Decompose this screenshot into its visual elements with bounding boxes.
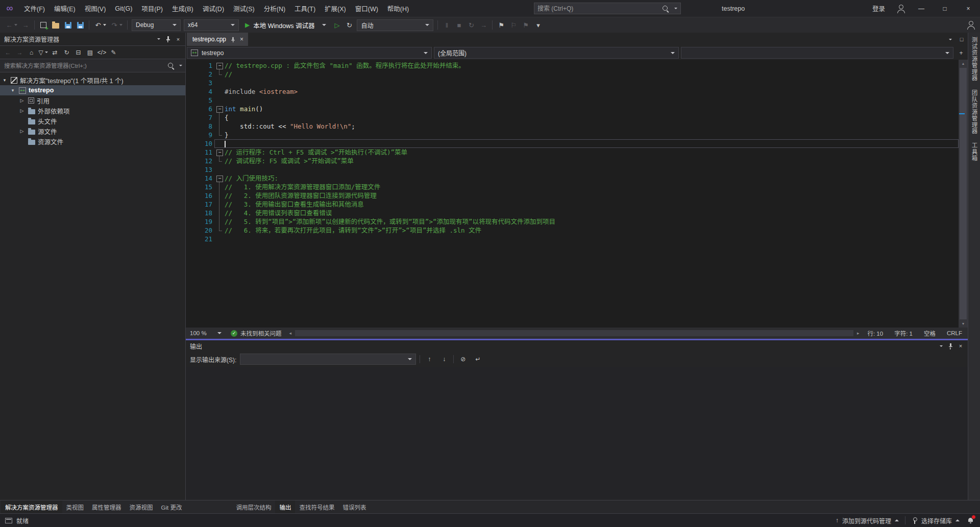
code-line-16[interactable]: 16// 2. 使用团队资源管理器窗口连接到源代码管理 bbox=[186, 191, 959, 200]
open-file-icon[interactable] bbox=[50, 19, 62, 31]
se-sync-with-active-document-icon[interactable]: ⇄ bbox=[49, 46, 61, 58]
redo-icon[interactable]: ↷ bbox=[108, 19, 120, 31]
fold-toggle-icon[interactable] bbox=[214, 105, 225, 113]
previous-message-icon[interactable]: ↑ bbox=[424, 354, 435, 365]
chevron-collapsed-icon[interactable]: ▷ bbox=[18, 98, 26, 103]
line-number[interactable]: 16 bbox=[196, 191, 214, 200]
menu-item-2[interactable]: 视图(V) bbox=[80, 0, 111, 17]
line-number[interactable]: 21 bbox=[196, 235, 214, 243]
panel-tab-center-2[interactable]: 查找符号结果 bbox=[295, 500, 338, 513]
quick-search-input[interactable] bbox=[537, 5, 658, 12]
code-line-9[interactable]: 9} bbox=[186, 131, 959, 139]
next-message-icon[interactable]: ↓ bbox=[438, 354, 450, 365]
breakpoint-margin[interactable] bbox=[186, 131, 196, 139]
line-number[interactable]: 15 bbox=[196, 183, 214, 191]
line-number[interactable]: 14 bbox=[196, 174, 214, 183]
code-line-5[interactable]: 5 bbox=[186, 96, 959, 105]
close-panel-icon[interactable]: × bbox=[173, 35, 183, 44]
breakpoint-margin[interactable] bbox=[186, 61, 196, 70]
breakpoint-margin[interactable] bbox=[186, 174, 196, 183]
line-number[interactable]: 11 bbox=[196, 148, 214, 157]
code-line-12[interactable]: 12// 调试程序: F5 或调试 >“开始调试”菜单 bbox=[186, 157, 959, 165]
solution-configuration-combobox[interactable]: Debug bbox=[132, 19, 181, 31]
member-dropdown[interactable] bbox=[681, 47, 953, 59]
code-line-21[interactable]: 21 bbox=[186, 235, 959, 243]
menu-item-9[interactable]: 工具(T) bbox=[290, 0, 320, 17]
panel-tab-center-3[interactable]: 错误列表 bbox=[338, 500, 370, 513]
stop-debugging-icon[interactable]: ■ bbox=[453, 19, 465, 31]
code-line-18[interactable]: 18// 4. 使用错误列表窗口查看错误 bbox=[186, 209, 959, 217]
tree-item-0[interactable]: ▷引用 bbox=[0, 95, 185, 106]
breakpoint-margin[interactable] bbox=[186, 209, 196, 217]
code-line-17[interactable]: 17// 3. 使用输出窗口查看生成输出和其他消息 bbox=[186, 200, 959, 209]
line-number[interactable]: 2 bbox=[196, 70, 214, 79]
breakpoint-margin[interactable] bbox=[186, 122, 196, 131]
window-position-icon[interactable] bbox=[153, 35, 163, 44]
menu-item-6[interactable]: 调试(D) bbox=[198, 0, 229, 17]
chevron-collapsed-icon[interactable]: ▷ bbox=[18, 108, 26, 113]
fold-toggle-icon[interactable] bbox=[214, 148, 225, 157]
close-tab-icon[interactable]: × bbox=[240, 36, 243, 43]
line-number[interactable]: 3 bbox=[196, 79, 214, 87]
step-over-icon[interactable]: → bbox=[477, 19, 489, 31]
auto-combobox[interactable]: 自动 bbox=[357, 19, 433, 31]
pin-icon[interactable] bbox=[231, 36, 235, 42]
document-health-indicator[interactable]: ✓ 未找到相关问题 bbox=[226, 329, 287, 337]
save-all-icon[interactable] bbox=[74, 19, 86, 31]
breakpoint-margin[interactable] bbox=[186, 217, 196, 226]
menu-item-4[interactable]: 项目(P) bbox=[137, 0, 167, 17]
breakpoint-margin[interactable] bbox=[186, 165, 196, 174]
right-autohide-tab-0[interactable]: 测试资源管理器 bbox=[970, 37, 978, 82]
project-item[interactable]: ▾++testrepo bbox=[0, 85, 185, 95]
pin-icon[interactable] bbox=[945, 341, 955, 350]
scroll-up-icon[interactable]: ▴ bbox=[962, 61, 964, 66]
float-window-icon[interactable]: □ bbox=[955, 33, 968, 46]
vertical-scrollbar[interactable]: ▴ ▾ bbox=[959, 60, 968, 328]
solution-root-item[interactable]: ▾解决方案"testrepo"(1 个项目/共 1 个) bbox=[0, 75, 185, 85]
tree-item-1[interactable]: ▷外部依赖项 bbox=[0, 106, 185, 116]
sign-in-button[interactable]: 登录 bbox=[865, 4, 892, 13]
navigate-forward-icon[interactable]: → bbox=[19, 19, 32, 31]
code-line-10[interactable]: 10 bbox=[186, 139, 959, 148]
breakpoint-margin[interactable] bbox=[186, 148, 196, 157]
clear-all-output-icon[interactable]: ⊘ bbox=[457, 354, 469, 365]
notifications-button[interactable] bbox=[966, 516, 975, 525]
panel-tab-left-1[interactable]: 类视图 bbox=[62, 500, 88, 513]
line-number[interactable]: 1 bbox=[196, 61, 214, 70]
undo-icon[interactable]: ↶ bbox=[92, 19, 104, 31]
toolbar-overflow-icon[interactable]: ▾ bbox=[532, 19, 544, 31]
solution-explorer-search-box[interactable] bbox=[0, 59, 185, 72]
line-number[interactable]: 12 bbox=[196, 157, 214, 165]
select-repository-button[interactable]: 选择存储库 bbox=[905, 514, 966, 527]
pin-icon[interactable] bbox=[163, 35, 173, 44]
fold-toggle-icon[interactable] bbox=[214, 174, 225, 183]
menu-item-11[interactable]: 窗口(W) bbox=[351, 0, 383, 17]
breakpoint-margin[interactable] bbox=[186, 157, 196, 165]
toggle-bookmark-icon[interactable]: ⚑ bbox=[495, 19, 507, 31]
break-all-icon[interactable]: ‖ bbox=[440, 19, 453, 31]
menu-item-12[interactable]: 帮助(H) bbox=[383, 0, 413, 17]
add-to-source-control-button[interactable]: ↑ 添加到源代码管理 bbox=[829, 514, 905, 527]
se-home-icon[interactable]: ⌂ bbox=[26, 46, 37, 58]
breakpoint-margin[interactable] bbox=[186, 191, 196, 200]
solution-explorer-search-input[interactable] bbox=[0, 59, 164, 72]
send-feedback-icon[interactable] bbox=[965, 19, 977, 31]
panel-tab-center-0[interactable]: 调用层次结构 bbox=[232, 500, 275, 513]
chevron-collapsed-icon[interactable]: ▷ bbox=[18, 129, 26, 134]
se-back-icon[interactable]: ← bbox=[2, 46, 14, 58]
minimize-button[interactable]: — bbox=[910, 0, 933, 17]
line-number[interactable]: 10 bbox=[196, 139, 214, 148]
new-project-icon[interactable] bbox=[37, 19, 50, 31]
chevron-expanded-icon[interactable]: ▾ bbox=[9, 88, 16, 93]
code-line-4[interactable]: 4#include <iostream> bbox=[186, 87, 959, 96]
next-bookmark-icon[interactable]: ⚑ bbox=[520, 19, 532, 31]
background-tasks-icon[interactable] bbox=[5, 518, 12, 523]
right-autohide-tab-2[interactable]: 工具箱 bbox=[970, 142, 978, 162]
panel-tab-left-0[interactable]: 解决方案资源管理器 bbox=[1, 500, 62, 513]
line-number[interactable]: 5 bbox=[196, 96, 214, 105]
redo-caret-icon[interactable] bbox=[119, 24, 122, 26]
solution-platform-combobox[interactable]: x64 bbox=[184, 19, 239, 31]
tab-testrepo-cpp[interactable]: testrepo.cpp × bbox=[187, 33, 248, 46]
line-number[interactable]: 7 bbox=[196, 113, 214, 122]
se-refresh-icon[interactable]: ↻ bbox=[61, 46, 72, 58]
